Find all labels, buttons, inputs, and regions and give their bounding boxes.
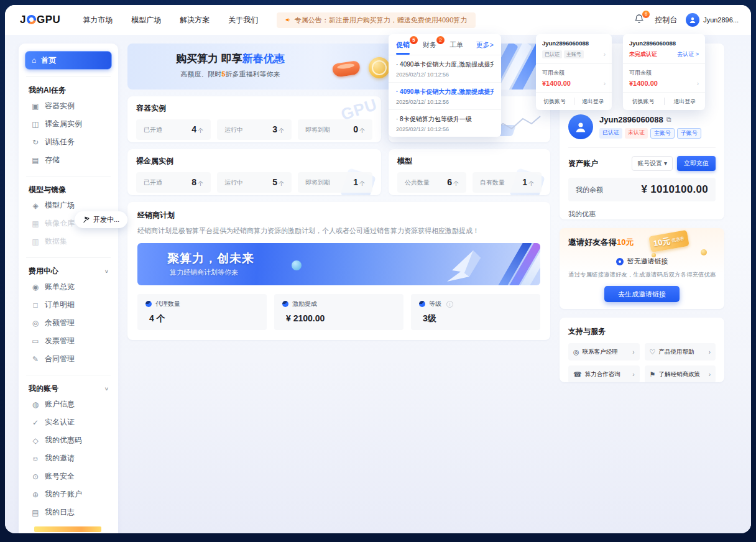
reseller-title: 经销商计划: [137, 210, 540, 221]
reseller-banner[interactable]: 聚算力，创未来 算力经销商计划等你来: [137, 243, 540, 285]
coupon-ticket-graphic: 10元优惠券: [648, 230, 689, 252]
notification-item[interactable]: · 4090单卡促销大力度,激励提成提升5个点 2025/02/12/ 10:1…: [389, 55, 501, 83]
go-verify-link[interactable]: 去认证 >: [677, 50, 699, 58]
notification-item[interactable]: · 8卡促销算力包等级升一级 2025/02/12/ 10:12:56: [389, 110, 501, 137]
avatar[interactable]: [568, 114, 593, 139]
nav-username[interactable]: Jyun2896...: [703, 16, 739, 24]
logo-text-right: GPU: [37, 14, 60, 26]
notification-item[interactable]: · 4090单卡促销大力度,激励提成提升5个点 2025/02/12/ 10:1…: [389, 83, 501, 110]
sidebar-item-contract-mgmt[interactable]: ✎合同管理: [25, 350, 112, 368]
account-settings-button[interactable]: 账号设置 ▾: [632, 156, 673, 171]
stats-row-2: 裸金属实例 已开通8个 运行中5个 即将到期1个 模型 公共数量6个 自有数量1…: [127, 149, 550, 195]
invite-title: 邀请好友各得: [568, 237, 617, 247]
gold-coin-graphic: [369, 57, 390, 78]
invite-icon: ☺: [31, 454, 40, 463]
verify-icon: ✓: [31, 418, 40, 427]
arrow-graphic: [428, 246, 497, 284]
sidebar-item-my-invites[interactable]: ☺我的邀请: [25, 449, 112, 467]
sidebar-item-order-details[interactable]: □订单明细: [25, 296, 112, 314]
nav-item-solutions[interactable]: 解决方案: [180, 15, 210, 25]
support-card: 支持与服务 ◎联系客户经理› ♡产品使用帮助› ☎算力合作咨询› ⚑了解经销商政…: [560, 318, 724, 382]
logout-button[interactable]: 退出登录: [665, 98, 706, 106]
reseller-policy-button[interactable]: ⚑了解经销商政策›: [645, 365, 716, 382]
account-dropdown-secondary: Jyun2896060088 未完成认证 去认证 > 可用余额 ¥1400.00…: [623, 34, 705, 110]
divider: [568, 147, 716, 148]
sidebar-item-training-tasks[interactable]: ↻训练任务: [25, 133, 112, 151]
logout-button[interactable]: 退出登录: [574, 98, 612, 106]
sidebar-item-coupon-codes[interactable]: ◇我的优惠码: [25, 431, 112, 449]
status-badge: 主账号: [650, 128, 675, 139]
logo[interactable]: J GPU: [20, 14, 60, 26]
invite-card: 邀请好友各得10元 10元优惠券 暂无邀请链接 通过专属链接邀请好友，生成邀请码…: [560, 228, 724, 309]
status-badge: 子账号: [677, 128, 701, 139]
tab-finance[interactable]: 财务2: [423, 40, 436, 50]
card-title: 容器实例: [136, 103, 372, 114]
nav-item-model-plaza[interactable]: 模型广场: [131, 15, 161, 25]
balance-label: 我的余额: [576, 185, 603, 195]
sidebar-item-bill-overview[interactable]: ◉账单总览: [25, 278, 112, 296]
sidebar-item-my-logs[interactable]: ▤我的日志: [25, 503, 112, 521]
sidebar-item-bare-metal[interactable]: ◫裸金属实例: [25, 115, 112, 133]
switch-account-button[interactable]: 切换账号: [623, 98, 664, 106]
generate-invite-link-button[interactable]: 去生成邀请链接: [604, 286, 680, 302]
tab-more[interactable]: 更多>: [476, 40, 494, 50]
contract-icon: ✎: [31, 355, 40, 364]
copy-icon[interactable]: ⧉: [666, 116, 671, 124]
switch-account-button[interactable]: 切换账号: [536, 98, 574, 106]
sidebar-item-home[interactable]: ⌂ 首页: [25, 51, 112, 70]
nav-item-market[interactable]: 算力市场: [83, 15, 113, 25]
chevron-right-icon: ›: [709, 371, 711, 378]
sidebar-group-account[interactable]: 我的账号˅: [25, 382, 112, 395]
product-help-button[interactable]: ♡产品使用帮助›: [645, 343, 716, 361]
sidebar-item-sub-accounts[interactable]: ⊕我的子账户: [25, 485, 112, 503]
bill-icon: ◉: [31, 283, 40, 292]
balance-value: ¥1400.00: [542, 80, 571, 87]
sidebar-item-container-instances[interactable]: ▣容器实例: [25, 97, 112, 115]
chevron-right-icon: ›: [604, 51, 606, 58]
sidebar: ⌂ 首页 我的AI任务 ▣容器实例 ◫裸金属实例 ↻训练任务 ▤存储 模型与镜像…: [19, 44, 118, 533]
bare-metal-card: 裸金属实例 已开通8个 运行中5个 即将到期1个: [127, 149, 381, 195]
announcement-banner[interactable]: 专属公告：新注册用户购买算力，赠送免费使用4090算力: [277, 12, 476, 28]
divider: [26, 176, 111, 177]
phone-icon: ☎: [573, 370, 582, 379]
stat-tile: 即将到期0个: [298, 119, 372, 140]
chevron-right-icon: ›: [632, 349, 634, 356]
notification-bell-button[interactable]: 6: [634, 14, 646, 26]
avatar[interactable]: [686, 13, 699, 27]
nav-item-about[interactable]: 关于我们: [228, 15, 258, 25]
sidebar-item-account-security[interactable]: ⊙账号安全: [25, 467, 112, 485]
sidebar-item-invoice-mgmt[interactable]: ▭发票管理: [25, 332, 112, 350]
megaphone-icon: [285, 16, 290, 24]
sidebar-item-storage[interactable]: ▤存储: [25, 151, 112, 169]
sidebar-item-account-info[interactable]: ◍账户信息: [25, 395, 112, 413]
model-card: 模型 公共数量6个 自有数量1个: [389, 149, 550, 195]
contact-manager-button[interactable]: ◎联系客户经理›: [568, 343, 640, 361]
info-icon[interactable]: i: [446, 301, 453, 308]
sidebar-item-balance-mgmt[interactable]: ◎余额管理: [25, 314, 112, 332]
sidebar-home-label: 首页: [41, 55, 56, 66]
tab-promotions[interactable]: 促销5: [396, 40, 410, 50]
recharge-button[interactable]: 立即充值: [677, 156, 716, 171]
order-icon: □: [31, 301, 40, 310]
sidebar-item-dataset[interactable]: ▥数据集: [25, 232, 112, 250]
radio-icon[interactable]: [616, 258, 624, 265]
tab-tickets[interactable]: 工单: [449, 40, 463, 50]
sidebar-group-billing[interactable]: 费用中心˅: [25, 265, 112, 278]
compute-coop-button[interactable]: ☎算力合作咨询›: [568, 365, 640, 382]
app-window: J GPU 算力市场 模型广场 解决方案 关于我们 专属公告：新注册用户购买算力…: [5, 5, 751, 533]
log-icon: ▤: [31, 508, 40, 517]
balance-label: 可用余额: [629, 69, 699, 77]
user-icon: [574, 121, 587, 133]
image-repo-icon: ▦: [31, 219, 40, 228]
asset-title: 资产账户: [568, 158, 598, 169]
model-icon: ◈: [31, 201, 40, 210]
console-link[interactable]: 控制台: [655, 15, 677, 25]
server-icon: ◫: [31, 120, 40, 129]
flag-icon: ⚑: [650, 370, 656, 379]
hero-text: 购买算力 即享新春优惠 高额度、限时5折多重福利等你来: [176, 52, 285, 79]
status-badge: 未认证: [625, 128, 648, 139]
balance-label: 可用余额: [542, 69, 606, 77]
right-column: Jyun2896060088⧉ 已认证 未认证 主账号 子账号 资产账户 账号设…: [560, 44, 724, 533]
reseller-banner-subtitle: 算力经销商计划等你来: [170, 268, 238, 277]
sidebar-item-realname-auth[interactable]: ✓实名认证: [25, 413, 112, 431]
